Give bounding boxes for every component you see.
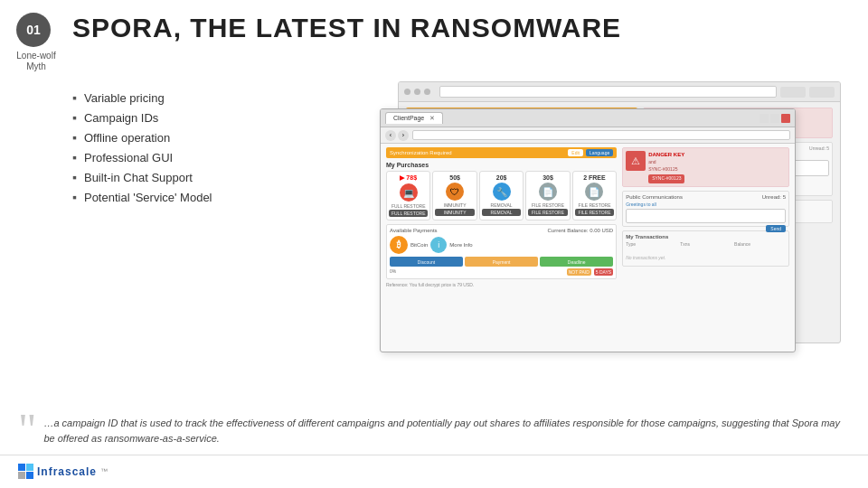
removal-icon: 🔧 (493, 183, 511, 201)
removal-button[interactable]: REMOVAL (482, 209, 521, 216)
logo-square-lightblue (26, 464, 33, 471)
immunity-button[interactable]: IMMUNITY (435, 209, 474, 216)
payment-options-row: ₿ BitCoin i More Info (390, 236, 613, 254)
front-content-area: Synchronization Required Edit Language M… (381, 144, 795, 291)
chat-input[interactable] (626, 209, 786, 223)
edit-btn[interactable]: Edit (568, 149, 583, 156)
maximize-icon[interactable] (770, 114, 779, 123)
quote-section: " …a campaign ID that is used to track t… (18, 416, 850, 452)
browser-chrome-bar (399, 82, 840, 102)
list-item: Potential 'Service' Model (72, 190, 212, 204)
minimize-icon[interactable] (760, 114, 769, 123)
deadline-status-badge: 5 DAYS (594, 268, 613, 276)
forward-button[interactable]: › (398, 130, 409, 141)
my-purchases-label: My Purchases (386, 162, 617, 168)
browser-dot (404, 89, 410, 95)
payment-status-badge: NOT PAID (567, 268, 591, 276)
browser-action (809, 87, 835, 98)
deadline-action-btn[interactable]: Deadline (540, 257, 613, 267)
front-purchase-item: 20$ 🔧 REMOVAL REMOVAL (479, 171, 524, 221)
front-purchase-item: 2 FREE 📄 FILE RESTORE FILE RESTORE (572, 171, 617, 221)
chat-greeting: Greetings to all (626, 202, 786, 207)
nav-arrows: ‹ › (385, 130, 409, 141)
browser-action (780, 87, 806, 98)
no-transactions-message: No transactions yet. (626, 255, 665, 260)
front-right-panel: ⚠ DANGER KEY and SYNC-#00125 SYNC-#00123… (622, 147, 789, 287)
open-quote-mark: " (18, 407, 36, 452)
slide-number-badge: 01 (16, 13, 51, 47)
logo-square-blue1 (18, 464, 25, 471)
front-purchases-row: ▶ 78$ 💻 FULL RESTORE FULL RESTORE 50$ 🛡 … (386, 171, 617, 221)
infrascale-logo: Infrascale ™ (18, 464, 108, 479)
quote-text: …a campaign ID that is used to track the… (43, 416, 850, 446)
payment-section-headers: Available Payments Current Balance: 0.00… (390, 228, 613, 233)
feature-list: Variable pricing Campaign IDs Offline op… (72, 90, 212, 210)
front-browser-bar: ClientPage ✕ (381, 109, 795, 127)
file-restore-icon2: 📄 (585, 183, 603, 201)
payment-action-btn[interactable]: Payment (465, 257, 538, 267)
front-chat-section: Public Communications Unread: 5 Greeting… (622, 191, 789, 227)
browser-dot (424, 89, 430, 95)
more-info-label: More Info (449, 242, 472, 248)
logo-square-gray1 (18, 472, 25, 479)
logo-square-blue2 (26, 472, 33, 479)
front-purchase-item: 30$ 📄 FILE RESTORE FILE RESTORE (525, 171, 570, 221)
url-bar (439, 86, 777, 98)
address-bar[interactable] (412, 130, 790, 140)
transaction-column-headers: Type Txns Balance (626, 241, 786, 247)
sync-action-button[interactable]: SYNC-#00123 (648, 174, 684, 183)
bitcoin-coin-icon: ₿ (390, 236, 408, 254)
file-restore-button2[interactable]: FILE RESTORE (575, 209, 614, 216)
file-restore-icon: 📄 (539, 183, 557, 201)
full-restore-button[interactable]: FULL RESTORE (389, 210, 428, 217)
browser-dot (414, 89, 420, 95)
logo-graphic (18, 464, 33, 479)
chat-send-button[interactable]: Send (766, 225, 786, 232)
list-item: Professional GUI (72, 150, 212, 164)
front-purchase-item: 50$ 🛡 IMMUNITY IMMUNITY (432, 171, 476, 221)
close-window-icon[interactable] (781, 114, 790, 123)
status-values-row: 0% NOT PAID 5 DAYS (390, 268, 613, 276)
file-restore-button[interactable]: FILE RESTORE (528, 209, 567, 216)
list-item: Built-in Chat Support (72, 170, 212, 184)
spora-screenshot-front: ClientPage ✕ ‹ › Synchronization Require… (380, 108, 796, 352)
slide-title: SPORA, THE LATEST IN RANSOMWARE (72, 13, 868, 43)
logo-wordmark: Infrascale (37, 465, 97, 478)
discount-status: 0% (390, 268, 564, 276)
front-purchase-item: ▶ 78$ 💻 FULL RESTORE FULL RESTORE (386, 171, 430, 221)
action-buttons-row: Discount Payment Deadline (390, 257, 613, 267)
slide-category: Lone-wolf Myth (9, 51, 63, 72)
section-divider (0, 455, 868, 455)
list-item: Campaign IDs (72, 110, 212, 125)
language-btn[interactable]: Language (586, 149, 613, 156)
front-sync-bar: Synchronization Required Edit Language (386, 147, 617, 158)
close-tab-icon[interactable]: ✕ (429, 115, 435, 121)
chat-header: Public Communications Unread: 5 (626, 194, 786, 200)
front-left-panel: Synchronization Required Edit Language M… (386, 147, 617, 287)
danger-warning-icon: ⚠ (626, 151, 646, 171)
front-warning-box: ⚠ DANGER KEY and SYNC-#00125 SYNC-#00123 (622, 147, 789, 187)
bitcoin-label: BitCoin (410, 242, 428, 248)
front-ref-text: Reference: You full decrypt price is 79 … (386, 282, 617, 287)
immunity-icon: 🛡 (446, 183, 464, 201)
front-nav-bar: ‹ › (381, 127, 795, 144)
list-item: Variable pricing (72, 90, 212, 105)
screenshots-area: Synchronization Required Edit Language M… (380, 81, 850, 361)
trademark-symbol: ™ (100, 467, 108, 475)
logo-grid (18, 464, 33, 479)
full-restore-icon: 💻 (400, 183, 418, 202)
transactions-header: My Transactions (626, 234, 786, 239)
danger-warning-text: DANGER KEY and SYNC-#00125 SYNC-#00123 (648, 151, 684, 183)
browser-tab[interactable]: ClientPage ✕ (385, 112, 443, 124)
info-circle-icon[interactable]: i (430, 237, 447, 253)
list-item: Offline operation (72, 130, 212, 145)
back-button[interactable]: ‹ (385, 130, 396, 141)
discount-action-btn[interactable]: Discount (390, 257, 463, 267)
front-transactions-section: My Transactions Type Txns Balance No tra… (622, 230, 789, 267)
front-payments-section: Available Payments Current Balance: 0.00… (386, 224, 617, 279)
